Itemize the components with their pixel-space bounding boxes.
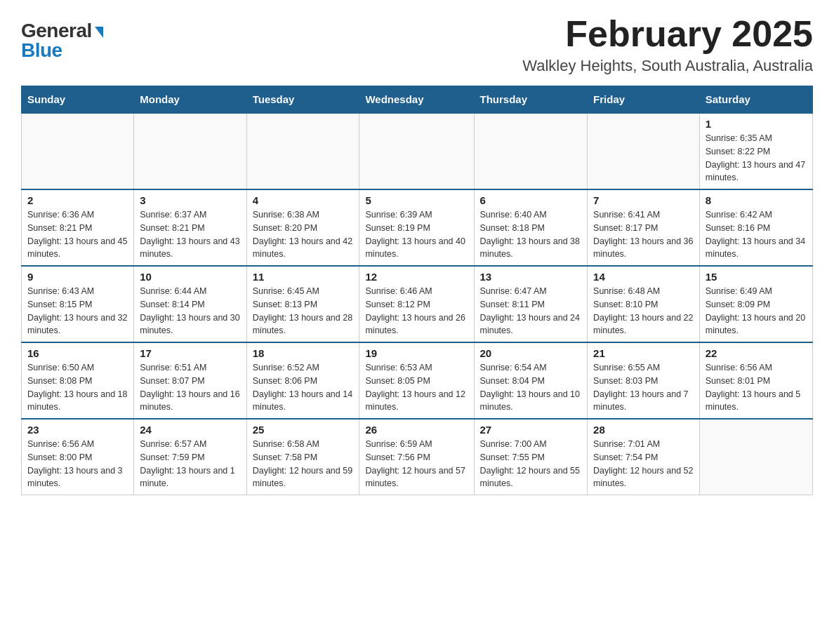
day-number: 19 xyxy=(365,347,468,359)
day-number: 4 xyxy=(253,194,354,206)
calendar-cell: 17Sunrise: 6:51 AM Sunset: 8:07 PM Dayli… xyxy=(134,342,246,419)
calendar-cell: 16Sunrise: 6:50 AM Sunset: 8:08 PM Dayli… xyxy=(22,342,134,419)
day-info: Sunrise: 6:53 AM Sunset: 8:05 PM Dayligh… xyxy=(365,361,468,414)
calendar-week-row: 23Sunrise: 6:56 AM Sunset: 8:00 PM Dayli… xyxy=(22,419,813,495)
calendar-cell xyxy=(22,113,134,189)
day-number: 13 xyxy=(480,271,582,283)
calendar-cell: 14Sunrise: 6:48 AM Sunset: 8:10 PM Dayli… xyxy=(588,266,700,342)
day-number: 17 xyxy=(140,347,240,359)
day-number: 21 xyxy=(593,347,694,359)
calendar-cell: 23Sunrise: 6:56 AM Sunset: 8:00 PM Dayli… xyxy=(22,419,134,495)
calendar-table: Sunday Monday Tuesday Wednesday Thursday… xyxy=(21,86,813,495)
day-number: 3 xyxy=(140,194,240,206)
logo-triangle-icon xyxy=(95,27,103,38)
calendar-cell: 10Sunrise: 6:44 AM Sunset: 8:14 PM Dayli… xyxy=(134,266,246,342)
calendar-cell: 21Sunrise: 6:55 AM Sunset: 8:03 PM Dayli… xyxy=(588,342,700,419)
calendar-cell: 26Sunrise: 6:59 AM Sunset: 7:56 PM Dayli… xyxy=(359,419,474,495)
day-number: 9 xyxy=(27,271,128,283)
calendar-cell: 28Sunrise: 7:01 AM Sunset: 7:54 PM Dayli… xyxy=(588,419,700,495)
calendar-cell xyxy=(246,113,359,189)
day-info: Sunrise: 6:54 AM Sunset: 8:04 PM Dayligh… xyxy=(480,361,582,414)
page-header: General Blue February 2025 Walkley Heigh… xyxy=(21,14,813,75)
day-number: 27 xyxy=(480,424,582,436)
day-info: Sunrise: 6:37 AM Sunset: 8:21 PM Dayligh… xyxy=(140,208,240,261)
header-thursday: Thursday xyxy=(474,86,588,114)
calendar-cell: 12Sunrise: 6:46 AM Sunset: 8:12 PM Dayli… xyxy=(359,266,474,342)
day-number: 24 xyxy=(140,424,240,436)
calendar-cell xyxy=(699,419,812,495)
calendar-cell: 4Sunrise: 6:38 AM Sunset: 8:20 PM Daylig… xyxy=(246,189,359,266)
calendar-cell: 3Sunrise: 6:37 AM Sunset: 8:21 PM Daylig… xyxy=(134,189,246,266)
header-wednesday: Wednesday xyxy=(359,86,474,114)
day-info: Sunrise: 6:56 AM Sunset: 8:01 PM Dayligh… xyxy=(706,361,807,414)
day-number: 18 xyxy=(253,347,354,359)
calendar-week-row: 1Sunrise: 6:35 AM Sunset: 8:22 PM Daylig… xyxy=(22,113,813,189)
day-number: 12 xyxy=(365,271,468,283)
day-info: Sunrise: 6:42 AM Sunset: 8:16 PM Dayligh… xyxy=(706,208,807,261)
day-info: Sunrise: 6:55 AM Sunset: 8:03 PM Dayligh… xyxy=(593,361,694,414)
day-number: 8 xyxy=(706,194,807,206)
header-monday: Monday xyxy=(134,86,246,114)
day-number: 1 xyxy=(706,118,807,130)
day-info: Sunrise: 7:00 AM Sunset: 7:55 PM Dayligh… xyxy=(480,438,582,490)
day-info: Sunrise: 6:56 AM Sunset: 8:00 PM Dayligh… xyxy=(27,438,128,490)
calendar-cell: 27Sunrise: 7:00 AM Sunset: 7:55 PM Dayli… xyxy=(474,419,588,495)
calendar-cell: 6Sunrise: 6:40 AM Sunset: 8:18 PM Daylig… xyxy=(474,189,588,266)
calendar-cell: 9Sunrise: 6:43 AM Sunset: 8:15 PM Daylig… xyxy=(22,266,134,342)
calendar-cell xyxy=(359,113,474,189)
calendar-cell: 13Sunrise: 6:47 AM Sunset: 8:11 PM Dayli… xyxy=(474,266,588,342)
day-number: 2 xyxy=(27,194,128,206)
day-info: Sunrise: 6:43 AM Sunset: 8:15 PM Dayligh… xyxy=(27,285,128,337)
day-number: 28 xyxy=(593,424,694,436)
day-info: Sunrise: 6:51 AM Sunset: 8:07 PM Dayligh… xyxy=(140,361,240,414)
day-number: 10 xyxy=(140,271,240,283)
day-info: Sunrise: 6:47 AM Sunset: 8:11 PM Dayligh… xyxy=(480,285,582,337)
calendar-cell: 8Sunrise: 6:42 AM Sunset: 8:16 PM Daylig… xyxy=(699,189,812,266)
logo-general-text: General xyxy=(21,21,92,41)
calendar-week-row: 16Sunrise: 6:50 AM Sunset: 8:08 PM Dayli… xyxy=(22,342,813,419)
calendar-cell: 5Sunrise: 6:39 AM Sunset: 8:19 PM Daylig… xyxy=(359,189,474,266)
day-info: Sunrise: 6:59 AM Sunset: 7:56 PM Dayligh… xyxy=(365,438,468,490)
day-info: Sunrise: 6:49 AM Sunset: 8:09 PM Dayligh… xyxy=(706,285,807,337)
day-info: Sunrise: 6:57 AM Sunset: 7:59 PM Dayligh… xyxy=(140,438,240,490)
day-info: Sunrise: 6:39 AM Sunset: 8:19 PM Dayligh… xyxy=(365,208,468,261)
day-number: 11 xyxy=(253,271,354,283)
day-number: 20 xyxy=(480,347,582,359)
day-number: 15 xyxy=(706,271,807,283)
header-sunday: Sunday xyxy=(22,86,134,114)
calendar-cell: 25Sunrise: 6:58 AM Sunset: 7:58 PM Dayli… xyxy=(246,419,359,495)
title-block: February 2025 Walkley Heights, South Aus… xyxy=(522,14,813,75)
calendar-cell xyxy=(474,113,588,189)
day-info: Sunrise: 6:36 AM Sunset: 8:21 PM Dayligh… xyxy=(27,208,128,261)
calendar-cell: 15Sunrise: 6:49 AM Sunset: 8:09 PM Dayli… xyxy=(699,266,812,342)
header-friday: Friday xyxy=(588,86,700,114)
day-info: Sunrise: 6:40 AM Sunset: 8:18 PM Dayligh… xyxy=(480,208,582,261)
month-title: February 2025 xyxy=(522,14,813,54)
day-info: Sunrise: 6:46 AM Sunset: 8:12 PM Dayligh… xyxy=(365,285,468,337)
day-info: Sunrise: 6:38 AM Sunset: 8:20 PM Dayligh… xyxy=(253,208,354,261)
location-subtitle: Walkley Heights, South Australia, Austra… xyxy=(522,57,813,75)
logo-blue-text: Blue xyxy=(21,41,62,60)
day-info: Sunrise: 6:50 AM Sunset: 8:08 PM Dayligh… xyxy=(27,361,128,414)
logo: General Blue xyxy=(21,21,103,60)
day-number: 26 xyxy=(365,424,468,436)
day-info: Sunrise: 6:41 AM Sunset: 8:17 PM Dayligh… xyxy=(593,208,694,261)
day-info: Sunrise: 6:35 AM Sunset: 8:22 PM Dayligh… xyxy=(706,132,807,185)
calendar-cell: 18Sunrise: 6:52 AM Sunset: 8:06 PM Dayli… xyxy=(246,342,359,419)
calendar-cell xyxy=(588,113,700,189)
calendar-cell: 20Sunrise: 6:54 AM Sunset: 8:04 PM Dayli… xyxy=(474,342,588,419)
day-info: Sunrise: 7:01 AM Sunset: 7:54 PM Dayligh… xyxy=(593,438,694,490)
day-number: 23 xyxy=(27,424,128,436)
day-info: Sunrise: 6:48 AM Sunset: 8:10 PM Dayligh… xyxy=(593,285,694,337)
calendar-cell: 19Sunrise: 6:53 AM Sunset: 8:05 PM Dayli… xyxy=(359,342,474,419)
header-tuesday: Tuesday xyxy=(246,86,359,114)
calendar-cell: 7Sunrise: 6:41 AM Sunset: 8:17 PM Daylig… xyxy=(588,189,700,266)
day-info: Sunrise: 6:45 AM Sunset: 8:13 PM Dayligh… xyxy=(253,285,354,337)
day-info: Sunrise: 6:58 AM Sunset: 7:58 PM Dayligh… xyxy=(253,438,354,490)
calendar-cell: 11Sunrise: 6:45 AM Sunset: 8:13 PM Dayli… xyxy=(246,266,359,342)
day-number: 25 xyxy=(253,424,354,436)
day-number: 16 xyxy=(27,347,128,359)
calendar-week-row: 9Sunrise: 6:43 AM Sunset: 8:15 PM Daylig… xyxy=(22,266,813,342)
day-number: 22 xyxy=(706,347,807,359)
calendar-cell: 2Sunrise: 6:36 AM Sunset: 8:21 PM Daylig… xyxy=(22,189,134,266)
